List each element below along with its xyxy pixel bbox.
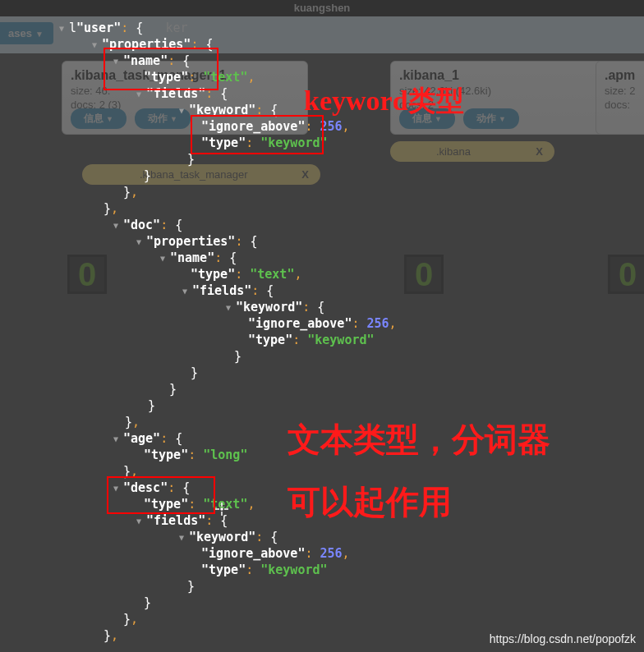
collapse-icon[interactable]: ▼ xyxy=(136,513,145,530)
collapse-icon[interactable]: ▼ xyxy=(179,103,187,119)
collapse-icon[interactable]: ▼ xyxy=(136,234,145,250)
collapse-icon[interactable]: ▼ xyxy=(113,480,122,497)
json-tree: ▼l"user": { ker ▼"properties": { ▼"name"… xyxy=(0,18,644,652)
collapse-icon[interactable]: ▼ xyxy=(226,300,234,316)
collapse-icon[interactable]: ▼ xyxy=(182,283,191,300)
collapse-icon[interactable]: ▼ xyxy=(113,431,122,448)
collapse-icon[interactable]: ▼ xyxy=(59,21,67,37)
collapse-icon[interactable]: ▼ xyxy=(160,250,168,267)
collapse-icon[interactable]: ▼ xyxy=(92,37,100,53)
collapse-icon[interactable]: ▼ xyxy=(179,530,187,546)
collapse-icon[interactable]: ▼ xyxy=(113,218,122,234)
watermark: https://blog.csdn.net/popofzk xyxy=(490,632,636,645)
collapse-icon[interactable]: ▼ xyxy=(113,53,122,70)
collapse-icon[interactable]: ▼ xyxy=(136,86,145,103)
svg-point-4 xyxy=(221,508,223,510)
faded-text: ker xyxy=(165,21,187,35)
mouse-cursor-icon xyxy=(215,503,228,516)
